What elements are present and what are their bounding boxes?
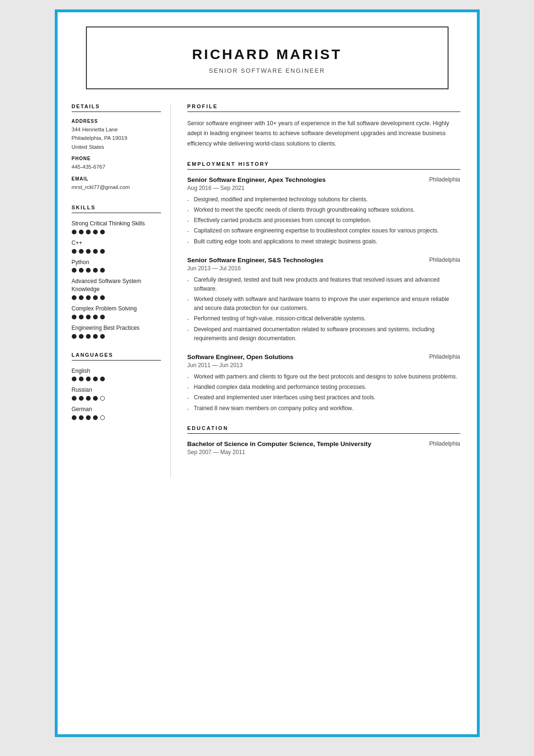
dot bbox=[86, 415, 91, 420]
education-section: EDUCATION Bachelor of Science in Compute… bbox=[187, 425, 460, 455]
job-bullet: Developed and maintained documentation r… bbox=[187, 325, 460, 343]
job-bullet: Created and implemented user interfaces … bbox=[187, 393, 460, 402]
dot bbox=[93, 268, 98, 273]
dot bbox=[86, 315, 91, 319]
job-location: Philadelphia bbox=[429, 176, 460, 183]
employment-section: EMPLOYMENT HISTORY Senior Software Engin… bbox=[187, 161, 460, 413]
profile-title: PROFILE bbox=[187, 103, 460, 112]
jobs-list: Senior Software Engineer, Apex Technolog… bbox=[187, 176, 460, 413]
dot bbox=[86, 334, 91, 339]
dot bbox=[93, 377, 98, 381]
skill-name: Engineering Best Practices bbox=[72, 324, 161, 332]
profile-text: Senior software engineer with 10+ years … bbox=[187, 119, 460, 149]
skill-name: Python bbox=[72, 258, 161, 266]
job-header: Senior Software Engineer, S&S Technologi… bbox=[187, 257, 460, 264]
edu-dates: Sep 2007 — May 2011 bbox=[187, 449, 460, 455]
edu-title: Bachelor of Science in Computer Science,… bbox=[187, 440, 372, 447]
dot bbox=[72, 415, 76, 420]
education-title: EDUCATION bbox=[187, 425, 460, 434]
dot bbox=[72, 295, 76, 300]
skill-dots bbox=[72, 268, 161, 273]
dot bbox=[72, 230, 76, 234]
job-title: Software Engineer, Open Solutions bbox=[187, 353, 294, 361]
job-header: Software Engineer, Open SolutionsPhilade… bbox=[187, 353, 460, 361]
profile-section: PROFILE Senior software engineer with 10… bbox=[187, 103, 460, 149]
dot bbox=[72, 315, 76, 319]
job-bullets: Designed, modified and implemented techn… bbox=[187, 195, 460, 246]
skill-dots bbox=[72, 230, 161, 234]
skill-name: Strong Critical Thinking Skills bbox=[72, 220, 161, 228]
job-bullet: Worked closely with software and hardwar… bbox=[187, 295, 460, 313]
skill-item: C++ bbox=[72, 239, 161, 254]
skill-item: Complex Problem Solving bbox=[72, 305, 161, 319]
skills-title: SKILLS bbox=[72, 205, 161, 213]
languages-list: EnglishRussianGerman bbox=[72, 367, 161, 420]
job-title: Senior Software Engineer, S&S Technologi… bbox=[187, 257, 324, 264]
dot bbox=[79, 396, 84, 401]
dot bbox=[86, 249, 91, 254]
top-border bbox=[58, 9, 477, 12]
job-bullet: Effectively carried products and process… bbox=[187, 216, 460, 225]
language-dots bbox=[72, 415, 161, 420]
dot bbox=[93, 230, 98, 234]
job-dates: Jun 2013 — Jul 2016 bbox=[187, 265, 460, 272]
languages-section: LANGUAGES EnglishRussianGerman bbox=[72, 352, 161, 420]
skill-dots bbox=[72, 334, 161, 339]
language-item: Russian bbox=[72, 386, 161, 401]
education-entry: Bachelor of Science in Computer Science,… bbox=[187, 440, 460, 455]
language-name: English bbox=[72, 367, 161, 375]
dot bbox=[100, 230, 105, 234]
language-name: Russian bbox=[72, 386, 161, 394]
language-name: German bbox=[72, 405, 161, 413]
dot bbox=[100, 334, 105, 339]
job-bullet: Handled complex data modeling and perfor… bbox=[187, 383, 460, 392]
dot bbox=[72, 268, 76, 273]
dot bbox=[86, 295, 91, 300]
skills-section: SKILLS Strong Critical Thinking SkillsC+… bbox=[72, 205, 161, 339]
language-dots bbox=[72, 377, 161, 381]
skill-dots bbox=[72, 249, 161, 254]
dot bbox=[86, 230, 91, 234]
skill-dots bbox=[72, 295, 161, 300]
dot bbox=[100, 377, 105, 381]
dot bbox=[86, 377, 91, 381]
details-title: DETAILS bbox=[72, 103, 161, 112]
skill-item: Python bbox=[72, 258, 161, 273]
job-dates: Jun 2011 — Jun 2013 bbox=[187, 362, 460, 369]
skill-name: C++ bbox=[72, 239, 161, 247]
dot bbox=[100, 396, 105, 401]
job-bullet: Trained 8 new team members on company po… bbox=[187, 404, 460, 413]
address-label: ADDRESS bbox=[72, 119, 161, 124]
dot bbox=[86, 396, 91, 401]
job-location: Philadelphia bbox=[429, 353, 460, 360]
dot bbox=[93, 396, 98, 401]
dot bbox=[100, 315, 105, 319]
language-dots bbox=[72, 396, 161, 401]
edu-header: Bachelor of Science in Computer Science,… bbox=[187, 440, 460, 447]
email-label: EMAIL bbox=[72, 176, 161, 181]
skill-item: Strong Critical Thinking Skills bbox=[72, 220, 161, 234]
skill-name: Advanced Software System Knowledge bbox=[72, 277, 161, 293]
dot bbox=[72, 334, 76, 339]
dot bbox=[79, 230, 84, 234]
skills-list: Strong Critical Thinking SkillsC++Python… bbox=[72, 220, 161, 339]
phone-value: 445-435-6767 bbox=[72, 163, 161, 171]
body-layout: DETAILS ADDRESS 344 Henrietta LanePhilad… bbox=[58, 103, 477, 496]
job-bullet: Built cutting edge tools and application… bbox=[187, 237, 460, 246]
job-header: Senior Software Engineer, Apex Technolog… bbox=[187, 176, 460, 183]
job-entry: Software Engineer, Open SolutionsPhilade… bbox=[187, 353, 460, 413]
main-content: PROFILE Senior software engineer with 10… bbox=[171, 103, 477, 477]
language-item: German bbox=[72, 405, 161, 420]
dot bbox=[93, 295, 98, 300]
skill-item: Advanced Software System Knowledge bbox=[72, 277, 161, 300]
dot bbox=[72, 377, 76, 381]
job-bullet: Designed, modified and implemented techn… bbox=[187, 195, 460, 204]
dot bbox=[100, 249, 105, 254]
details-section: DETAILS ADDRESS 344 Henrietta LanePhilad… bbox=[72, 103, 161, 191]
skill-name: Complex Problem Solving bbox=[72, 305, 161, 313]
dot bbox=[100, 268, 105, 273]
education-list: Bachelor of Science in Computer Science,… bbox=[187, 440, 460, 455]
dot bbox=[79, 315, 84, 319]
dot bbox=[93, 415, 98, 420]
skill-dots bbox=[72, 315, 161, 319]
